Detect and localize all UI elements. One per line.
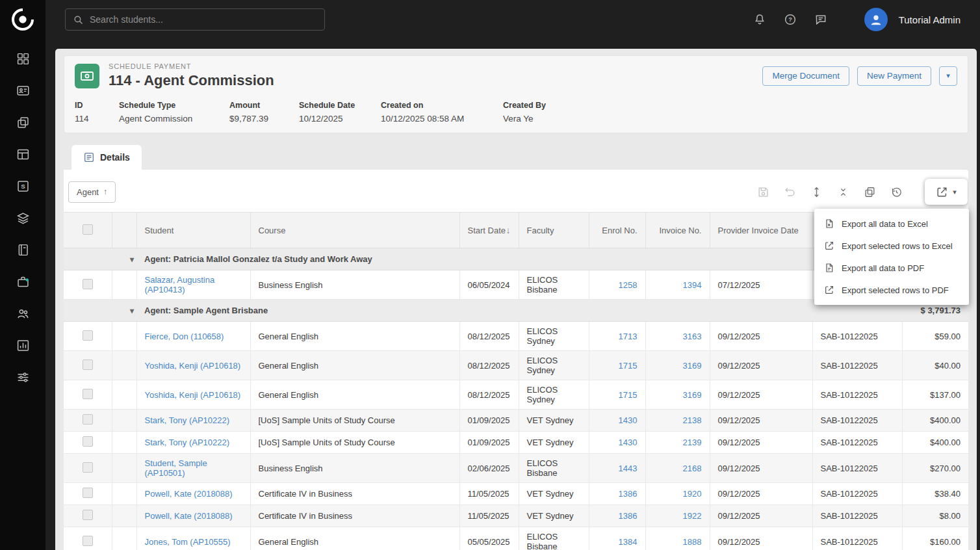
expand-all-rows-icon[interactable] xyxy=(805,181,827,203)
start-date-cell: 01/09/2025 xyxy=(459,432,519,454)
row-checkbox[interactable] xyxy=(83,279,93,289)
user-name[interactable]: Tutorial Admin xyxy=(899,14,961,25)
sidebar-item-table-icon[interactable] xyxy=(0,138,45,170)
student-link[interactable]: Powell, Kate (2018088) xyxy=(145,511,233,521)
col-student[interactable]: Student xyxy=(136,213,250,248)
sidebar-item-book-icon[interactable] xyxy=(0,234,45,266)
student-link[interactable]: Yoshida, Kenji (AP10618) xyxy=(145,361,241,371)
col-start-date[interactable]: Start Date ↓ xyxy=(459,213,519,248)
enrol-no-link[interactable]: 1713 xyxy=(619,332,638,341)
table-row: Yoshida, Kenji (AP10618)General English0… xyxy=(64,380,968,410)
select-all-checkbox[interactable] xyxy=(83,224,93,235)
app-logo-icon[interactable] xyxy=(10,7,36,33)
enrol-no-link[interactable]: 1384 xyxy=(619,537,638,547)
enrol-no-link[interactable]: 1386 xyxy=(619,489,638,499)
faculty-cell: VET Sydney xyxy=(519,483,589,505)
provider-invoice-no-cell: SAB-10122025 xyxy=(812,380,902,410)
sidebar-item-agents-icon[interactable] xyxy=(0,298,45,330)
collapse-all-rows-icon[interactable] xyxy=(832,181,854,203)
enrol-no-link[interactable]: 1430 xyxy=(619,415,638,425)
faculty-cell: VET Sydney xyxy=(519,505,589,527)
group-collapse-icon[interactable]: ▾ xyxy=(130,306,134,315)
sidebar-item-documents-icon[interactable] xyxy=(0,107,45,138)
student-link[interactable]: Yoshida, Kenji (AP10618) xyxy=(145,390,241,400)
sidebar-item-courses-icon[interactable] xyxy=(0,202,45,234)
enrol-no-link[interactable]: 1430 xyxy=(619,438,638,447)
enrol-no-link[interactable]: 1715 xyxy=(619,390,638,400)
invoice-no-link[interactable]: 1922 xyxy=(683,511,702,521)
invoice-no-link[interactable]: 2138 xyxy=(683,415,702,425)
student-link[interactable]: Powell, Kate (2018088) xyxy=(145,489,233,499)
enrol-no-link[interactable]: 1443 xyxy=(619,464,638,473)
invoice-no-link[interactable]: 1394 xyxy=(683,280,702,290)
row-checkbox[interactable] xyxy=(83,436,93,447)
row-checkbox[interactable] xyxy=(83,330,93,341)
history-icon[interactable] xyxy=(885,181,907,203)
student-link[interactable]: Fierce, Don (110658) xyxy=(145,332,224,341)
sidebar-item-briefcase-icon[interactable] xyxy=(0,266,45,298)
copy-icon[interactable] xyxy=(858,181,881,203)
row-checkbox[interactable] xyxy=(83,510,93,520)
col-faculty[interactable]: Faculty xyxy=(519,213,589,248)
invoice-no-link[interactable]: 1888 xyxy=(683,537,702,547)
sidebar-item-subjects-icon[interactable]: S xyxy=(0,170,45,202)
student-link[interactable]: Stark, Tony (AP10222) xyxy=(145,438,230,447)
menu-item-export-selected-pdf[interactable]: Export selected rows to PDF xyxy=(814,279,969,301)
group-by-agent-chip[interactable]: Agent ↑ xyxy=(68,181,116,203)
sidebar-item-contacts-icon[interactable] xyxy=(0,75,45,107)
row-checkbox[interactable] xyxy=(83,414,93,425)
student-search[interactable] xyxy=(65,8,325,31)
col-course[interactable]: Course xyxy=(250,213,459,248)
merge-document-button[interactable]: Merge Document xyxy=(762,66,849,86)
group-label: Agent: Sample Agent Brisbane xyxy=(136,300,902,322)
faculty-cell: ELICOS Sydney xyxy=(519,322,589,351)
course-cell: [UoS] Sample Units of Study Course xyxy=(250,410,459,432)
invoice-no-link[interactable]: 2139 xyxy=(683,438,702,447)
invoice-no-link[interactable]: 3163 xyxy=(683,332,702,341)
invoice-no-link[interactable]: 2168 xyxy=(683,464,702,473)
amount-cell: $160.00 xyxy=(902,527,968,550)
invoice-no-link[interactable]: 3169 xyxy=(683,390,702,400)
user-avatar[interactable] xyxy=(864,8,888,31)
menu-item-export-all-excel[interactable]: Export all data to Excel xyxy=(814,213,969,235)
sidebar-item-reports-icon[interactable] xyxy=(0,330,45,361)
invoice-no-link[interactable]: 3169 xyxy=(683,361,702,371)
col-provider-invoice-date[interactable]: Provider Invoice Date xyxy=(710,213,812,248)
invoice-no-link[interactable]: 1920 xyxy=(683,489,702,499)
col-invoice-no[interactable]: Invoice No. xyxy=(645,213,710,248)
export-button[interactable]: ▾ xyxy=(925,179,968,205)
new-payment-button[interactable]: New Payment xyxy=(857,66,931,86)
enrol-no-link[interactable]: 1258 xyxy=(619,280,638,290)
provider-invoice-date-cell: 09/12/2025 xyxy=(710,410,812,432)
amount-cell: $38.40 xyxy=(902,483,968,505)
student-link[interactable]: Stark, Tony (AP10222) xyxy=(145,415,230,425)
enrol-no-link[interactable]: 1386 xyxy=(619,511,638,521)
undo-icon[interactable] xyxy=(779,181,801,203)
row-checkbox[interactable] xyxy=(83,488,93,498)
group-collapse-icon[interactable]: ▾ xyxy=(130,255,134,264)
tab-details[interactable]: Details xyxy=(71,145,142,170)
col-enrol-no[interactable]: Enrol No. xyxy=(589,213,645,248)
field-value: 10/12/2025 08:58 AM xyxy=(381,114,503,124)
more-actions-caret-button[interactable]: ▾ xyxy=(939,66,957,86)
save-icon[interactable] xyxy=(752,181,774,203)
help-icon[interactable]: ? xyxy=(784,13,797,26)
student-link[interactable]: Salazar, Augustina (AP10413) xyxy=(145,275,215,295)
row-checkbox[interactable] xyxy=(83,536,93,546)
notifications-bell-icon[interactable] xyxy=(753,13,766,26)
amount-cell: $400.00 xyxy=(902,432,968,454)
row-checkbox[interactable] xyxy=(83,360,93,370)
menu-item-export-selected-excel[interactable]: Export selected rows to Excel xyxy=(814,235,969,257)
row-checkbox[interactable] xyxy=(83,462,93,473)
enrol-no-link[interactable]: 1715 xyxy=(619,361,638,371)
course-cell: Business English xyxy=(250,454,459,483)
sidebar-item-settings-icon[interactable] xyxy=(0,361,45,393)
row-checkbox[interactable] xyxy=(83,389,93,399)
sidebar-item-dashboard-icon[interactable] xyxy=(0,43,45,75)
chat-icon[interactable] xyxy=(814,13,827,26)
kicker-label: SCHEDULE PAYMENT xyxy=(109,62,274,70)
student-link[interactable]: Student, Sample (AP10501) xyxy=(145,458,207,478)
search-input[interactable] xyxy=(90,14,317,25)
menu-item-export-all-pdf[interactable]: Export all data to PDF xyxy=(814,257,969,279)
student-link[interactable]: Jones, Tom (AP10555) xyxy=(145,537,231,547)
